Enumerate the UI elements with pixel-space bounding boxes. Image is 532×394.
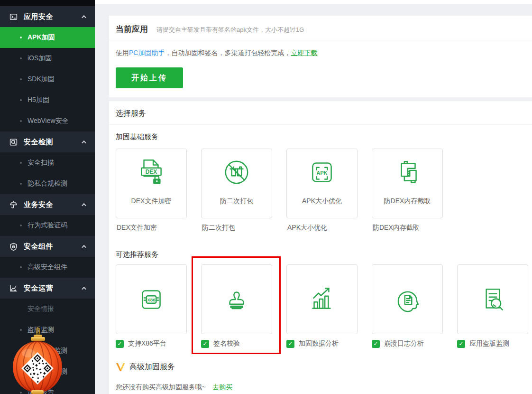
section-label: 应用安全 (24, 12, 83, 21)
checkbox-checked-icon[interactable]: ✓ (116, 340, 124, 348)
option-row-x86: ✓ 支持X86平台 (116, 339, 166, 348)
sidebar-item-advanced-components[interactable]: 高级安全组件 (0, 257, 95, 278)
card-caption: 防DEX内存截取 (373, 224, 449, 232)
sidebar-top-strip (0, 0, 95, 6)
svg-text:APK: APK (317, 170, 328, 176)
stamp-icon (221, 284, 252, 315)
select-services-panel: 选择服务 加固基础服务 DEX DEX文件加密 防二次打包 APK APK大小优… (109, 101, 532, 394)
checkbox-checked-icon[interactable]: ✓ (286, 340, 294, 348)
sidebar-section-security-components[interactable]: 安全组件 (0, 236, 95, 257)
no-repackage-icon (221, 157, 252, 188)
section-label: 安全检测 (24, 138, 83, 147)
sidebar-item-apk[interactable]: APK加固 (0, 27, 95, 48)
sidebar-section-security-check[interactable]: 安全检测 (0, 131, 95, 152)
sidebar-item-label: 安全扫描 (28, 159, 54, 167)
sidebar-item-label: 行为式验证码 (28, 221, 67, 230)
card-caption: APK大小优化 (287, 224, 363, 232)
bullet-icon (20, 99, 22, 101)
anti-memory-dump-icon (392, 157, 423, 188)
service-card-crash-log[interactable] (372, 264, 443, 334)
checkbox-checked-icon[interactable]: ✓ (372, 340, 380, 348)
card-label: DEX文件加密 (116, 197, 186, 206)
card-caption: DEX文件加密 (117, 224, 193, 232)
svg-text:DEX: DEX (146, 169, 157, 175)
option-label: 签名校验 (213, 339, 240, 348)
helper-text: 使用 (116, 49, 129, 56)
option-row-piracy: ✓ 应用盗版监测 (457, 339, 509, 348)
upload-hint: 请提交自主研发且带有签名的apk文件，大小不超过1G (156, 26, 304, 34)
option-row-signature: ✓ 签名校验 (201, 339, 240, 348)
umbrella-icon (9, 201, 18, 209)
section-label: 安全运营 (24, 284, 83, 293)
advanced-services-note: 您还没有购买高级加固服务哦~去购买 (116, 383, 232, 392)
card-label: 防二次打包 (202, 197, 272, 206)
sidebar-item-label: 隐私合规检测 (28, 179, 67, 188)
sidebar-item-captcha[interactable]: 行为式验证码 (0, 215, 95, 236)
service-card-anti-memory-dump[interactable]: 防DEX内存截取 (372, 149, 443, 218)
pc-assistant-link[interactable]: PC加固助手 (129, 49, 165, 56)
bullet-icon (20, 266, 22, 268)
service-card-analytics[interactable] (286, 264, 358, 334)
sidebar-item-label: 高级安全组件 (28, 263, 67, 272)
scan-icon (9, 138, 18, 146)
service-card-x86[interactable]: X86 (116, 264, 187, 334)
optional-services-title: 可选推荐服务 (116, 250, 158, 259)
top-strip (95, 0, 532, 4)
option-label: 应用盗版监测 (469, 339, 509, 348)
analytics-icon (306, 284, 338, 315)
lantern-qr-promo[interactable] (7, 327, 68, 394)
lantern-top-rim (31, 337, 45, 341)
pc-assistant-line: 使用PC加固助手，自动加固和签名，多渠道打包轻松完成，立即下载 (116, 49, 317, 57)
lantern-shine (22, 349, 35, 357)
option-label: 崩溃日志分析 (384, 339, 424, 348)
bullet-icon (20, 57, 22, 59)
service-card-signature-check[interactable] (201, 264, 272, 334)
go-buy-link[interactable]: 去购买 (212, 383, 232, 391)
section-label: 业务安全 (24, 200, 83, 209)
select-services-title: 选择服务 (116, 109, 146, 119)
sidebar-item-label: 安全情报 (28, 305, 54, 313)
sidebar-section-security-operations[interactable]: 安全运营 (0, 278, 95, 299)
sidebar-item-label: iOS加固 (28, 54, 52, 63)
sidebar-section-app-security[interactable]: 应用安全 (0, 6, 95, 27)
checkbox-checked-icon[interactable]: ✓ (201, 340, 209, 348)
checkbox-checked-icon[interactable]: ✓ (457, 340, 465, 348)
bullet-icon (20, 37, 22, 38)
service-card-piracy-monitor[interactable] (457, 264, 528, 334)
bar-chart-icon (9, 284, 18, 292)
bullet-icon (20, 78, 22, 80)
helper-text: ，自动加固和签名，多渠道打包轻松完成， (165, 49, 291, 56)
sidebar-item-security-intel[interactable]: 安全情报 (0, 299, 95, 319)
bullet-icon (20, 225, 22, 226)
lantern-bottom-cap (31, 390, 44, 394)
sidebar-item-security-scan[interactable]: 安全扫描 (0, 152, 95, 173)
apk-size-icon: APK (306, 157, 338, 188)
option-row-analytics: ✓ 加固数据分析 (286, 339, 339, 348)
service-card-dex-encrypt[interactable]: DEX DEX文件加密 (116, 149, 187, 218)
sidebar-section-business-security[interactable]: 业务安全 (0, 194, 95, 215)
card-label: APK大小优化 (287, 197, 357, 206)
download-now-link[interactable]: 立即下载 (291, 49, 317, 56)
service-card-anti-repackage[interactable]: 防二次打包 (201, 149, 272, 218)
option-row-crash-log: ✓ 崩溃日志分析 (372, 339, 424, 348)
sidebar-item-ios[interactable]: iOS加固 (0, 48, 95, 69)
piracy-monitor-icon (477, 284, 508, 315)
sidebar-item-h5[interactable]: H5加固 (0, 90, 95, 111)
sidebar-item-webview[interactable]: WebView安全 (0, 111, 95, 131)
divider (109, 124, 532, 125)
sidebar-item-label: APK加固 (28, 33, 55, 42)
bullet-icon (20, 183, 22, 185)
advanced-services-title: 高级加固服务 (129, 362, 175, 372)
start-upload-button[interactable]: 开始上传 (116, 67, 183, 88)
sidebar-item-label: H5加固 (28, 96, 49, 104)
dex-file-icon: DEX (136, 157, 167, 188)
sidebar-item-sdk[interactable]: SDK加固 (0, 69, 95, 90)
service-card-apk-size[interactable]: APK APK大小优化 (286, 149, 358, 218)
option-label: 支持X86平台 (128, 339, 166, 348)
option-label: 加固数据分析 (299, 339, 339, 348)
v-badge-icon (116, 363, 125, 372)
card-label: 防DEX内存截取 (372, 197, 442, 206)
current-app-panel: 当前应用 请提交自主研发且带有签名的apk文件，大小不超过1G 使用PC加固助手… (109, 16, 532, 97)
shield-lock-icon (9, 243, 18, 251)
sidebar-item-privacy-compliance[interactable]: 隐私合规检测 (0, 173, 95, 194)
